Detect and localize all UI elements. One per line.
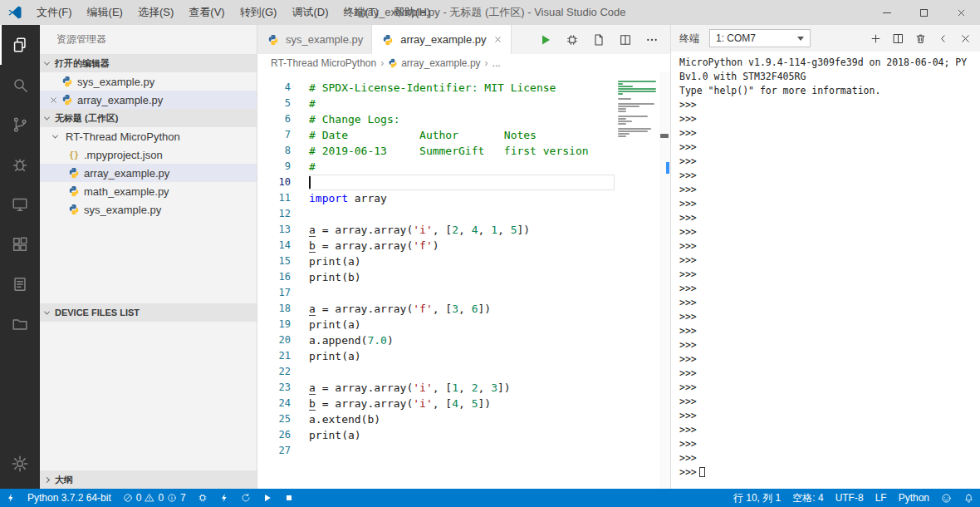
editor-tab[interactable]: sys_example.py xyxy=(257,25,372,54)
indentation-setting[interactable]: 空格: 4 xyxy=(786,489,829,507)
new-terminal-button[interactable] xyxy=(870,32,882,45)
maximize-button[interactable] xyxy=(905,0,943,25)
terminal-title[interactable]: 终端 xyxy=(679,32,699,46)
code-editor[interactable]: 4# SPDX-License-Identifier: MIT License5… xyxy=(257,72,670,489)
terminal-select[interactable]: 1: COM7 xyxy=(709,29,811,47)
menu-item[interactable]: 编辑(E) xyxy=(80,0,130,25)
code-token: 'i' xyxy=(413,224,432,236)
code-line[interactable]: 14b = array.array('f') xyxy=(257,238,615,254)
activity-item-run-debug[interactable] xyxy=(0,145,40,185)
build-button[interactable] xyxy=(566,33,579,47)
code-line[interactable]: 19print(a) xyxy=(257,317,615,332)
breadcrumb-item[interactable]: RT-Thread MicroPython xyxy=(271,57,376,69)
code-line[interactable]: 8# 2019-06-13 SummerGift first version xyxy=(257,143,615,159)
code-text: a = array.array('f', [3, 6]) xyxy=(309,301,615,317)
code-line[interactable]: 4# SPDX-License-Identifier: MIT License xyxy=(257,80,615,96)
preview-button[interactable] xyxy=(592,33,605,47)
python-interpreter[interactable]: Python 3.7.2 64-bit xyxy=(22,489,117,507)
device-files-header[interactable]: DEVICE FILES LIST xyxy=(40,303,257,322)
menu-item[interactable]: 选择(S) xyxy=(130,0,181,25)
open-editors-header[interactable]: 打开的编辑器 xyxy=(40,54,257,72)
breadcrumb-item[interactable]: array_example.py xyxy=(388,57,480,69)
tree-file-item[interactable]: sys_example.py xyxy=(40,200,257,219)
activity-item-extensions[interactable] xyxy=(0,224,40,264)
tree-file-item[interactable]: math_example.py xyxy=(40,182,257,200)
activity-item-explorer[interactable] xyxy=(0,25,40,65)
breadcrumb-item[interactable]: ... xyxy=(492,57,501,69)
code-line[interactable]: 20a.append(7.0) xyxy=(257,332,615,348)
board-button[interactable] xyxy=(192,489,213,507)
code-line[interactable]: 15print(a) xyxy=(257,254,615,269)
sync-button[interactable] xyxy=(235,489,257,507)
editor-tab[interactable]: array_example.py xyxy=(372,25,511,54)
activity-item-device[interactable] xyxy=(0,185,40,224)
close-panel-button[interactable] xyxy=(959,32,972,45)
menu-item[interactable]: 查看(V) xyxy=(181,0,232,25)
eol-setting[interactable]: LF xyxy=(870,489,893,507)
activity-item-source-control[interactable] xyxy=(0,105,40,145)
workspace-header[interactable]: 无标题 (工作区) xyxy=(40,109,257,127)
activity-item-search[interactable] xyxy=(0,65,40,105)
kill-terminal-button[interactable] xyxy=(914,32,927,45)
cursor-position[interactable]: 行 10, 列 1 xyxy=(728,489,786,507)
code-area[interactable]: 4# SPDX-License-Identifier: MIT License5… xyxy=(257,72,615,489)
outline-header[interactable]: 大纲 xyxy=(40,470,257,489)
menu-item[interactable]: 调试(D) xyxy=(284,0,336,25)
code-line[interactable]: 25a.extend(b) xyxy=(257,411,615,427)
code-line[interactable]: 27 xyxy=(257,443,615,459)
split-editor-button[interactable] xyxy=(619,33,632,47)
terminal-prompt-line: >>> xyxy=(679,310,980,324)
settings-button[interactable] xyxy=(0,444,40,484)
code-line[interactable]: 24b = array.array('i', [4, 5]) xyxy=(257,396,615,411)
code-line[interactable]: 10 xyxy=(257,175,615,190)
workspace-folder[interactable]: RT-Thread MicroPython xyxy=(40,127,257,145)
problems-indicator[interactable]: 0 0 7 xyxy=(117,489,192,507)
notifications-button[interactable] xyxy=(958,489,980,507)
open-editor-item[interactable]: array_example.py xyxy=(40,91,257,109)
flash-button[interactable] xyxy=(213,489,235,507)
menu-item[interactable]: 转到(G) xyxy=(233,0,285,25)
code-text: # xyxy=(309,159,615,175)
split-terminal-button[interactable] xyxy=(892,32,904,45)
line-number: 8 xyxy=(257,143,291,159)
tree-file-item[interactable]: {}.mpyproject.json xyxy=(40,145,257,164)
code-line[interactable]: 11import array xyxy=(257,190,615,206)
minimap[interactable] xyxy=(615,72,659,489)
minimize-button[interactable] xyxy=(868,0,905,25)
line-number: 20 xyxy=(257,332,291,348)
overview-ruler[interactable] xyxy=(659,72,670,489)
code-text xyxy=(309,364,615,380)
tree-file-item[interactable]: array_example.py xyxy=(40,164,257,182)
code-line[interactable]: 13a = array.array('i', [2, 4, 1, 5]) xyxy=(257,222,615,238)
run-device-button[interactable] xyxy=(257,489,278,507)
remote-indicator[interactable] xyxy=(0,489,22,507)
activity-item-project[interactable] xyxy=(0,304,40,344)
close-icon[interactable] xyxy=(493,35,502,44)
terminal-output[interactable]: MicroPython v1.9.4-114-g309fe39d on 2018… xyxy=(671,52,980,489)
activity-item-notes[interactable] xyxy=(0,264,40,304)
collapse-panel-button[interactable] xyxy=(937,32,949,45)
language-mode[interactable]: Python xyxy=(893,489,935,507)
line-number: 5 xyxy=(257,96,291,111)
code-line[interactable]: 12 xyxy=(257,206,615,222)
code-line[interactable]: 22 xyxy=(257,364,615,380)
close-icon[interactable] xyxy=(47,96,60,105)
code-line[interactable]: 9# xyxy=(257,159,615,175)
encoding-setting[interactable]: UTF-8 xyxy=(830,489,870,507)
code-line[interactable]: 16print(b) xyxy=(257,269,615,285)
open-editor-item[interactable]: sys_example.py xyxy=(40,72,257,91)
close-window-button[interactable] xyxy=(943,0,980,25)
menu-item[interactable]: 文件(F) xyxy=(29,0,80,25)
code-line[interactable]: 5# xyxy=(257,96,615,111)
code-line[interactable]: 21print(a) xyxy=(257,348,615,364)
code-line[interactable]: 26print(a) xyxy=(257,427,615,443)
run-button[interactable] xyxy=(539,33,552,47)
code-line[interactable]: 17 xyxy=(257,285,615,301)
code-line[interactable]: 6# Change Logs: xyxy=(257,111,615,127)
code-line[interactable]: 23a = array.array('i', [1, 2, 3]) xyxy=(257,380,615,396)
feedback-button[interactable] xyxy=(935,489,958,507)
stop-device-button[interactable] xyxy=(278,489,300,507)
code-line[interactable]: 7# Date Author Notes xyxy=(257,127,615,143)
more-actions-button[interactable] xyxy=(645,33,659,47)
code-line[interactable]: 18a = array.array('f', [3, 6]) xyxy=(257,301,615,317)
